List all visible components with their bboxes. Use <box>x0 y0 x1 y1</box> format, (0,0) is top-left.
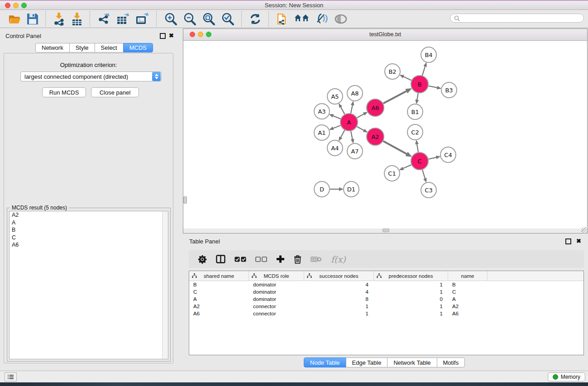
table-settings-button[interactable] <box>193 255 211 264</box>
graph-edge-B-B2[interactable] <box>403 76 411 81</box>
export-network-button[interactable] <box>95 12 114 26</box>
column-layout-button[interactable] <box>211 255 230 263</box>
memory-button[interactable]: Memory <box>548 372 585 381</box>
table-row[interactable]: Cdominator41C <box>189 288 583 295</box>
graph-node-C[interactable]: C <box>411 152 428 170</box>
column-header-mcds-role[interactable]: MCDS role <box>249 271 304 281</box>
network-minimize-button[interactable] <box>198 32 203 37</box>
graph-node-D[interactable]: D <box>314 181 330 197</box>
column-header-successor-nodes[interactable]: successor nodes <box>304 271 374 281</box>
graph-node-B3[interactable]: B3 <box>441 82 457 98</box>
criterion-dropdown[interactable]: largest connected component (directed) <box>20 71 162 81</box>
save-session-button[interactable] <box>24 13 41 25</box>
graph-node-A8[interactable]: A8 <box>347 86 363 101</box>
graph-node-A5[interactable]: A5 <box>327 89 343 104</box>
select-all-button[interactable] <box>230 257 251 262</box>
graphics-details-button[interactable] <box>312 13 331 25</box>
graph-node-A6[interactable]: A6 <box>367 99 384 116</box>
result-scrollbar[interactable] <box>162 211 168 359</box>
graph-edge-A-A3[interactable] <box>333 116 340 119</box>
network-window-titlebar[interactable]: testGlobe.txt <box>183 29 587 41</box>
result-item-a6[interactable]: A6 <box>10 241 168 249</box>
graph-node-A4[interactable]: A4 <box>327 140 343 156</box>
import-table-button[interactable] <box>68 12 86 26</box>
graph-edge-C-C1[interactable] <box>403 165 411 168</box>
cell-name[interactable]: A6 <box>448 311 488 316</box>
close-panel-button[interactable]: Close panel <box>91 87 139 97</box>
graph-edge-A-A8[interactable] <box>351 105 353 114</box>
graph-node-C1[interactable]: C1 <box>384 166 400 181</box>
graph-edge-A2-C[interactable] <box>383 141 407 154</box>
tab-mcds[interactable]: MCDS <box>123 43 153 52</box>
graph-edge-B-B4[interactable] <box>422 66 425 76</box>
graph-node-A[interactable]: A <box>340 114 358 131</box>
column-header-predecessor-nodes[interactable]: predecessor nodes <box>374 271 448 281</box>
graph-node-A7[interactable]: A7 <box>347 143 363 159</box>
cell-predecessor-nodes[interactable]: 1 <box>374 311 448 316</box>
graph-edge-A-A2[interactable] <box>357 127 364 131</box>
graph-node-D1[interactable]: D1 <box>344 181 359 197</box>
cell-successor-nodes[interactable]: 1 <box>304 304 374 309</box>
table-row[interactable]: Adominator80A <box>189 295 583 303</box>
tab-motifs[interactable]: Motifs <box>437 357 465 367</box>
graph-edge-A-A4[interactable] <box>340 130 344 138</box>
graph-node-B1[interactable]: B1 <box>407 104 423 119</box>
graph-node-C2[interactable]: C2 <box>407 124 423 140</box>
cell-mcds-role[interactable]: dominator <box>249 282 304 287</box>
cell-shared-name[interactable]: C <box>189 289 249 295</box>
export-table-button[interactable] <box>114 12 133 26</box>
result-item-a[interactable]: A <box>10 219 168 227</box>
graph-node-C3[interactable]: C3 <box>421 182 436 198</box>
cell-successor-nodes[interactable]: 4 <box>304 282 374 287</box>
network-zoom-button[interactable] <box>206 32 211 37</box>
cell-shared-name[interactable]: A2 <box>189 304 249 309</box>
cell-successor-nodes[interactable]: 8 <box>304 296 374 302</box>
tab-network-table[interactable]: Network Table <box>387 357 437 367</box>
node-table[interactable]: shared nameMCDS rolesuccessor nodesprede… <box>189 271 584 355</box>
search-input[interactable] <box>462 14 580 22</box>
graph-edge-C-C2[interactable] <box>417 144 418 152</box>
graph-node-B4[interactable]: B4 <box>421 47 436 62</box>
tab-node-table[interactable]: Node Table <box>304 357 346 367</box>
deselect-all-button[interactable] <box>251 257 272 262</box>
horizontal-scrollbar-thumb[interactable] <box>382 229 389 232</box>
cell-mcds-role[interactable]: dominator <box>249 296 304 302</box>
cell-shared-name[interactable]: B <box>189 282 249 287</box>
float-table-panel-icon[interactable] <box>565 238 571 244</box>
graph-edge-A6-B[interactable] <box>383 91 407 104</box>
cell-mcds-role[interactable]: connector <box>249 304 304 309</box>
graph-edge-A-A5[interactable] <box>340 107 344 114</box>
graph-node-C4[interactable]: C4 <box>440 147 456 162</box>
show-panel-list-button[interactable] <box>5 372 17 381</box>
zoom-in-button[interactable] <box>161 12 180 26</box>
cell-shared-name[interactable]: A <box>189 296 249 302</box>
delete-column-button[interactable] <box>289 255 306 264</box>
cell-name[interactable]: B <box>448 282 488 287</box>
column-header-shared-name[interactable]: shared name <box>189 271 249 281</box>
float-panel-icon[interactable] <box>160 33 166 39</box>
tab-network[interactable]: Network <box>35 43 70 52</box>
tab-select[interactable]: Select <box>95 43 124 52</box>
close-table-panel-icon[interactable]: ✖ <box>576 238 581 244</box>
add-column-button[interactable] <box>272 255 289 263</box>
table-row[interactable]: A2connector11A2 <box>189 303 583 310</box>
home-button[interactable] <box>292 14 312 24</box>
cell-name[interactable]: A2 <box>448 304 488 309</box>
zoom-fit-button[interactable] <box>199 12 218 26</box>
graph-edge-A-A1[interactable] <box>333 125 340 129</box>
network-canvas[interactable]: B4B2BB3A8A5A6A3B1AC2A1A2A4A7C4CC1DD1C3 <box>183 41 587 229</box>
cell-predecessor-nodes[interactable]: 1 <box>374 304 448 309</box>
graph-node-B[interactable]: B <box>411 76 428 93</box>
refresh-button[interactable] <box>246 13 264 25</box>
table-row[interactable]: Bdominator41B <box>189 281 583 288</box>
cell-predecessor-nodes[interactable]: 1 <box>374 282 448 287</box>
result-item-b[interactable]: B <box>10 226 168 234</box>
column-header-name[interactable]: name <box>448 271 488 281</box>
cell-mcds-role[interactable]: connector <box>249 311 304 316</box>
minimize-window-button[interactable] <box>13 3 19 8</box>
cell-name[interactable]: C <box>448 289 488 295</box>
table-row[interactable]: A6connector11A6 <box>189 310 583 317</box>
zoom-window-button[interactable] <box>21 3 27 8</box>
delete-table-button[interactable] <box>306 256 326 262</box>
close-panel-icon[interactable]: ✖ <box>169 33 174 38</box>
